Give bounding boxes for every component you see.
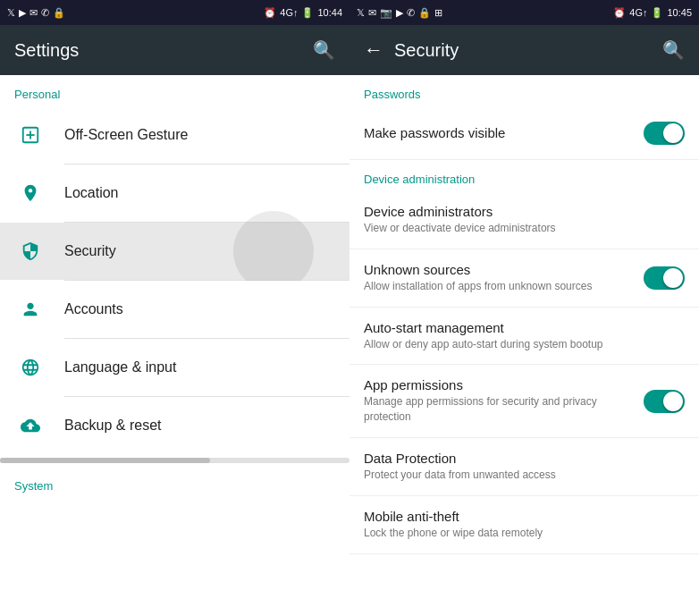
location-icon [14, 177, 46, 209]
right-time: 10:45 [667, 7, 692, 18]
mobile-anti-theft-title: Mobile anti-theft [364, 509, 685, 524]
right-status-bar: 𝕏 ✉ 📷 ▶ ✆ 🔒 ⊞ ⏰ 4G↑ 🔋 10:45 [350, 0, 699, 25]
app-permissions-thumb [663, 392, 683, 411]
r-video-icon: ▶ [396, 7, 403, 19]
menu-item-security[interactable]: Security [0, 223, 350, 280]
device-admin-text: Device administrators View or deactivate… [364, 204, 685, 236]
data-protection-subtitle: Protect your data from unwanted access [364, 468, 685, 483]
r-grid-icon: ⊞ [434, 7, 442, 19]
r-lock-icon: 🔒 [418, 7, 431, 19]
app-permissions-title: App permissions [364, 377, 644, 392]
security-label: Security [64, 243, 116, 259]
off-screen-gesture-label: Off-Screen Gesture [64, 127, 188, 143]
phone-icon: ✆ [41, 7, 49, 19]
data-protection-title: Data Protection [364, 451, 685, 466]
device-admin-title: Device administrators [364, 204, 685, 219]
language-label: Language & input [64, 359, 176, 376]
left-status-icons: 𝕏 ▶ ✉ ✆ 🔒 [7, 7, 65, 19]
make-passwords-text: Make passwords visible [364, 125, 644, 140]
setting-device-administrators[interactable]: Device administrators View or deactivate… [350, 191, 699, 249]
device-admin-subtitle: View or deactivate device administrators [364, 221, 685, 236]
right-search-icon[interactable]: 🔍 [662, 39, 685, 61]
mobile-anti-theft-text: Mobile anti-theft Lock the phone or wipe… [364, 509, 685, 541]
app-permissions-text: App permissions Manage app permissions f… [364, 377, 644, 425]
left-search-icon[interactable]: 🔍 [313, 39, 335, 61]
ripple-effect [233, 211, 314, 291]
r-alarm-icon: ⏰ [613, 7, 626, 19]
r-camera-icon: 📷 [380, 7, 392, 19]
right-title: Security [394, 40, 459, 61]
auto-start-subtitle: Allow or deny app auto-start during syst… [364, 337, 685, 352]
data-protection-text: Data Protection Protect your data from u… [364, 451, 685, 483]
unknown-sources-toggle[interactable] [644, 266, 685, 290]
make-passwords-toggle[interactable] [644, 122, 685, 145]
left-title: Settings [14, 40, 79, 61]
right-status-right: ⏰ 4G↑ 🔋 10:45 [613, 7, 692, 19]
make-passwords-thumb [663, 123, 683, 143]
r-battery-icon: 🔋 [651, 7, 663, 19]
menu-item-backup[interactable]: Backup & reset [0, 397, 350, 454]
unknown-sources-title: Unknown sources [364, 262, 644, 277]
alarm-icon: ⏰ [264, 7, 276, 19]
left-status-bar: 𝕏 ▶ ✉ ✆ 🔒 ⏰ 4G↑ 🔋 10:44 [0, 0, 350, 25]
mobile-anti-theft-subtitle: Lock the phone or wipe data remotely [364, 526, 685, 541]
security-icon [14, 235, 46, 267]
left-content: Personal Off-Screen Gesture Location Sec… [0, 75, 350, 616]
setting-data-protection[interactable]: Data Protection Protect your data from u… [350, 438, 699, 496]
backup-label: Backup & reset [64, 418, 162, 434]
back-button[interactable]: ← [364, 38, 383, 62]
unknown-sources-subtitle: Allow installation of apps from unknown … [364, 279, 644, 294]
right-top-bar: ← Security 🔍 [350, 25, 699, 75]
menu-item-language[interactable]: Language & input [0, 339, 350, 396]
setting-auto-start[interactable]: Auto-start management Allow or deny app … [350, 308, 699, 366]
location-label: Location [64, 185, 119, 201]
r-mail-icon: ✉ [368, 7, 376, 19]
menu-item-location[interactable]: Location [0, 165, 350, 222]
right-content: Passwords Make passwords visible Device … [350, 75, 699, 616]
passwords-header: Passwords [350, 75, 699, 106]
setting-make-passwords-visible[interactable]: Make passwords visible [350, 106, 699, 160]
right-panel: 𝕏 ✉ 📷 ▶ ✆ 🔒 ⊞ ⏰ 4G↑ 🔋 10:45 ← Security 🔍… [350, 0, 699, 616]
left-top-bar: Settings 🔍 [0, 25, 350, 75]
setting-app-permissions[interactable]: App permissions Manage app permissions f… [350, 365, 699, 438]
network-icon: 4G↑ [280, 7, 298, 18]
setting-unknown-sources[interactable]: Unknown sources Allow installation of ap… [350, 249, 699, 308]
battery-icon: 🔋 [301, 7, 314, 19]
mail-icon: ✉ [29, 7, 38, 19]
accounts-icon [14, 293, 46, 325]
r-network-icon: 4G↑ [629, 7, 647, 18]
setting-mobile-anti-theft[interactable]: Mobile anti-theft Lock the phone or wipe… [350, 496, 699, 554]
gesture-icon [14, 119, 46, 151]
auto-start-text: Auto-start management Allow or deny app … [364, 320, 685, 352]
personal-header: Personal [0, 75, 350, 106]
system-header: System [0, 467, 350, 498]
r-phone-icon: ✆ [407, 7, 415, 19]
backup-icon [14, 409, 46, 442]
left-time: 10:44 [317, 7, 342, 18]
unknown-sources-thumb [663, 268, 683, 288]
auto-start-title: Auto-start management [364, 320, 685, 335]
r-twitter-icon: 𝕏 [357, 7, 365, 19]
right-top-bar-left: ← Security [364, 38, 459, 62]
scroll-indicator [0, 458, 210, 463]
device-admin-header: Device administration [350, 160, 699, 191]
accounts-label: Accounts [64, 301, 123, 317]
lock-icon: 🔒 [53, 7, 65, 19]
right-status-icons: 𝕏 ✉ 📷 ▶ ✆ 🔒 ⊞ [357, 7, 442, 19]
left-panel: 𝕏 ▶ ✉ ✆ 🔒 ⏰ 4G↑ 🔋 10:44 Settings 🔍 Perso… [0, 0, 350, 616]
menu-item-accounts[interactable]: Accounts [0, 281, 350, 338]
app-permissions-subtitle: Manage app permissions for security and … [364, 394, 644, 425]
app-permissions-toggle[interactable] [644, 390, 685, 413]
youtube-icon: ▶ [19, 7, 26, 19]
language-icon [14, 351, 46, 384]
twitter-icon: 𝕏 [7, 7, 15, 19]
make-passwords-title: Make passwords visible [364, 125, 644, 140]
unknown-sources-text: Unknown sources Allow installation of ap… [364, 262, 644, 294]
menu-item-off-screen-gesture[interactable]: Off-Screen Gesture [0, 106, 350, 164]
left-status-right: ⏰ 4G↑ 🔋 10:44 [264, 7, 342, 19]
